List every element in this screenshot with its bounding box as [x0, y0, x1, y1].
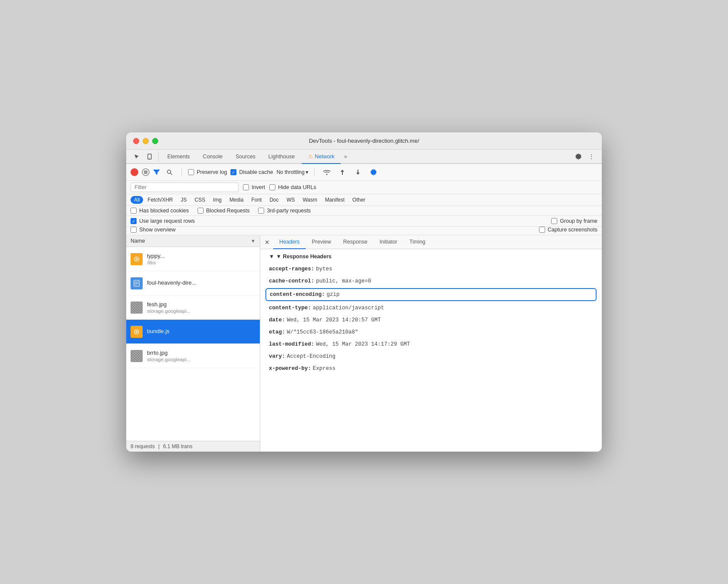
- type-css[interactable]: CSS: [191, 196, 209, 204]
- type-wasm[interactable]: Wasm: [299, 196, 321, 204]
- headers-list: accept-ranges: bytescache-control: publi…: [269, 263, 593, 375]
- traffic-lights: [133, 138, 158, 144]
- close-detail-button[interactable]: ✕: [265, 236, 273, 248]
- tab-more[interactable]: »: [342, 150, 350, 163]
- filter-input[interactable]: [131, 183, 239, 192]
- network-toolbar: Preserve log Disable cache No throttling…: [126, 164, 602, 181]
- header-row: vary: Accept-Encoding: [269, 350, 593, 363]
- settings-gear-icon[interactable]: [367, 166, 380, 178]
- more-menu-icon[interactable]: ⋮: [585, 151, 597, 163]
- type-fetch-xhr[interactable]: Fetch/XHR: [144, 196, 176, 204]
- list-item[interactable]: bundle.js: [126, 320, 260, 344]
- record-button[interactable]: [131, 168, 138, 176]
- type-img[interactable]: Img: [210, 196, 225, 204]
- hide-data-urls-row: Hide data URLs: [269, 184, 316, 190]
- tab-response[interactable]: Response: [337, 235, 374, 249]
- tab-headers[interactable]: Headers: [273, 235, 306, 249]
- svg-point-12: [136, 331, 137, 333]
- tab-lighthouse[interactable]: Lighthouse: [262, 150, 301, 164]
- tab-sources[interactable]: Sources: [230, 150, 262, 164]
- list-item[interactable]: brrto.jpg storage.googleapi...: [126, 344, 260, 368]
- list-item[interactable]: typpy... /libs: [126, 247, 260, 271]
- wifi-icon[interactable]: [321, 166, 333, 178]
- cursor-icon[interactable]: [131, 151, 143, 163]
- main-tab-bar: Elements Console Sources Lighthouse ⚠ Ne…: [126, 150, 602, 164]
- svg-point-4: [326, 174, 328, 175]
- invert-row: Invert: [243, 184, 265, 190]
- filter-button[interactable]: [153, 169, 160, 176]
- large-rows-checkbox[interactable]: [131, 218, 137, 224]
- sep-1: [158, 151, 159, 162]
- stop-button[interactable]: [142, 168, 150, 176]
- type-manifest[interactable]: Manifest: [322, 196, 348, 204]
- third-party-row: 3rd-party requests: [258, 208, 310, 214]
- maximize-button[interactable]: [152, 138, 158, 144]
- throttle-select[interactable]: No throttling ▾: [277, 169, 309, 175]
- type-font[interactable]: Font: [248, 196, 265, 204]
- header-row: last-modified: Wed, 15 Mar 2023 14:17:29…: [269, 338, 593, 350]
- tab-initiator[interactable]: Initiator: [374, 235, 403, 249]
- settings-left: Use large request rows: [131, 218, 195, 224]
- name-column-header[interactable]: Name ▼: [126, 235, 260, 247]
- tab-elements[interactable]: Elements: [161, 150, 196, 164]
- img-file-icon: [131, 302, 143, 314]
- type-filter-bar: All Fetch/XHR JS CSS Img Media Font Doc …: [126, 194, 602, 206]
- disable-cache-checkbox[interactable]: [230, 169, 236, 175]
- type-all[interactable]: All: [131, 196, 143, 204]
- type-doc[interactable]: Doc: [266, 196, 282, 204]
- detail-content: ▼ ▼ Response Headers accept-ranges: byte…: [260, 249, 602, 452]
- header-row: content-encoding: gzip: [265, 288, 597, 301]
- left-panel: Name ▼ typpy... /libs: [126, 235, 260, 452]
- list-item[interactable]: foul-heavenly-dire...: [126, 271, 260, 295]
- type-js[interactable]: JS: [177, 196, 190, 204]
- type-other[interactable]: Other: [349, 196, 369, 204]
- header-row: accept-ranges: bytes: [269, 263, 593, 275]
- settings-icon[interactable]: [572, 151, 584, 163]
- tab-timing[interactable]: Timing: [403, 235, 431, 249]
- tab-preview[interactable]: Preview: [306, 235, 337, 249]
- blocked-requests-checkbox[interactable]: [198, 208, 204, 214]
- close-button[interactable]: [133, 138, 139, 144]
- preserve-log-checkbox[interactable]: [188, 169, 194, 175]
- file-list: typpy... /libs foul-heavenly-dire...: [126, 247, 260, 441]
- tab-network[interactable]: ⚠ Network: [302, 150, 341, 164]
- detail-tab-bar: ✕ Headers Preview Response Initiator Tim…: [260, 235, 602, 249]
- file-info: brrto.jpg storage.googleapi...: [147, 350, 191, 362]
- search-icon[interactable]: [163, 166, 176, 178]
- separator: [182, 168, 182, 176]
- file-info: typpy... /libs: [147, 253, 165, 265]
- hide-data-urls-checkbox[interactable]: [269, 184, 275, 190]
- svg-point-2: [167, 170, 171, 173]
- image-thumbnail-2: [131, 350, 143, 362]
- settings-row-2: Show overview Capture screenshots: [126, 227, 602, 235]
- blocked-cookies-checkbox[interactable]: [131, 208, 137, 214]
- settings-right: Group by frame: [551, 218, 597, 224]
- list-item[interactable]: fesh.jpg storage.googleapi...: [126, 295, 260, 320]
- type-ws[interactable]: WS: [283, 196, 298, 204]
- minimize-button[interactable]: [143, 138, 149, 144]
- header-row: content-type: application/javascript: [269, 302, 593, 314]
- group-by-frame-row: Group by frame: [551, 218, 597, 224]
- type-media[interactable]: Media: [226, 196, 247, 204]
- capture-screenshots-checkbox[interactable]: [539, 227, 545, 233]
- response-headers-section[interactable]: ▼ ▼ Response Headers: [269, 253, 593, 260]
- js-file-icon-selected: [131, 326, 143, 338]
- file-info-selected: bundle.js: [147, 328, 169, 335]
- show-overview-checkbox[interactable]: [131, 227, 137, 233]
- checks-row: Has blocked cookies Blocked Requests 3rd…: [126, 206, 602, 216]
- upload-icon[interactable]: [336, 166, 348, 178]
- blocked-cookies-row: Has blocked cookies: [131, 208, 189, 214]
- disable-cache-row: Disable cache: [230, 169, 273, 175]
- devtools-window: DevTools - foul-heavenly-direction.glitc…: [126, 132, 602, 452]
- html-file-icon: [131, 277, 143, 289]
- blocked-requests-row: Blocked Requests: [198, 208, 250, 214]
- invert-checkbox[interactable]: [243, 184, 249, 190]
- image-thumbnail: [131, 302, 143, 314]
- third-party-checkbox[interactable]: [258, 208, 264, 214]
- download-icon[interactable]: [352, 166, 364, 178]
- tab-console[interactable]: Console: [197, 150, 229, 164]
- group-by-frame-checkbox[interactable]: [551, 218, 557, 224]
- large-rows-row: Use large request rows: [131, 218, 195, 224]
- mobile-icon[interactable]: [144, 151, 156, 163]
- js-file-icon: [131, 253, 143, 265]
